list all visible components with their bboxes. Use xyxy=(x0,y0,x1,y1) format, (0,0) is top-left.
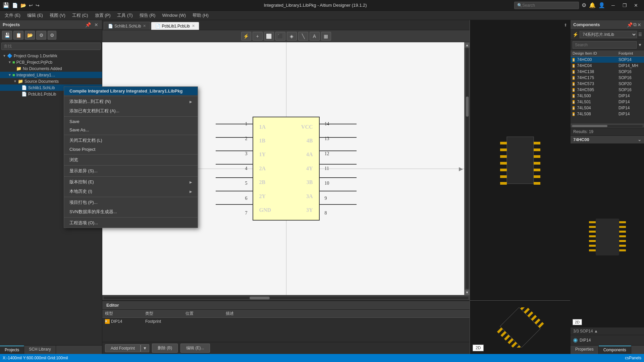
tool-filter[interactable]: ⚡ xyxy=(241,32,251,41)
ctx-item-project-options[interactable]: 工程选项 (O)... xyxy=(64,218,198,228)
tab-projects[interactable]: Projects xyxy=(0,346,24,354)
profile-icon[interactable]: 👤 xyxy=(598,2,605,8)
settings-icon[interactable]: ⚙ xyxy=(582,2,586,8)
ctx-item-browse[interactable]: 浏览 xyxy=(64,155,198,165)
component-row-74HC04[interactable]: ■ 74HC04 DIP14_MH xyxy=(571,63,644,69)
menu-window[interactable]: Window (W) xyxy=(159,11,189,19)
menu-project[interactable]: 工程 (C) xyxy=(69,11,92,20)
component-row-74HC573[interactable]: ■ 74HC573 SOP20 xyxy=(571,81,644,87)
tool-line[interactable]: ╲ xyxy=(298,32,308,41)
component-row-74LS08[interactable]: ■ 74LS08 DIP14 xyxy=(571,111,644,117)
close-button[interactable]: ✕ xyxy=(631,1,641,9)
project-search-input[interactable] xyxy=(1,43,101,50)
ctx-item-svn-db[interactable]: SVN数据库的库生成器... xyxy=(64,207,198,217)
open-btn[interactable]: 📂 xyxy=(25,31,35,40)
component-row-74HC175[interactable]: ■ 74HC175 SOP16 xyxy=(571,75,644,81)
menu-view[interactable]: 视图 (V) xyxy=(46,11,69,20)
tree-item-source-docs[interactable]: ▼ 📁 Source Documents xyxy=(0,78,102,84)
expand-canvas-right[interactable]: ▶ xyxy=(459,166,463,172)
component-row-74HC138[interactable]: ■ 74HC138 SOP16 xyxy=(571,69,644,75)
undo-icon[interactable]: ↩ xyxy=(29,3,33,8)
edit-button[interactable]: 编辑 (E)... xyxy=(180,344,210,353)
vertical-scrollbar[interactable]: ▲ ▼ xyxy=(464,42,470,295)
rp-pin-btn[interactable]: 📌 xyxy=(627,22,633,27)
tool-rect[interactable]: ⬜ xyxy=(264,32,274,41)
tool-table[interactable]: ▦ xyxy=(321,32,331,41)
menu-tools[interactable]: 工具 (T) xyxy=(114,11,136,20)
tree-item-pcb-project[interactable]: ▼ ■ PCB_Project.PrjPcb xyxy=(0,59,102,65)
menu-file[interactable]: 文件 (E) xyxy=(1,11,24,20)
fp-option-dip14[interactable]: DIP14 xyxy=(573,337,641,343)
tool-add[interactable]: + xyxy=(253,32,263,41)
component-row-74LS00[interactable]: ■ 74LS00 DIP14 xyxy=(571,93,644,99)
components-search-input[interactable] xyxy=(573,41,637,49)
tab-schlib[interactable]: 📄 Schlib1.SchLib ✕ xyxy=(104,22,150,30)
add-footprint-dropdown[interactable]: ▼ xyxy=(141,344,149,352)
component-row-74LS04[interactable]: ■ 74LS04 DIP14 xyxy=(571,105,644,111)
rp-tab-properties[interactable]: Properties xyxy=(571,346,599,354)
open-icon[interactable]: 📂 xyxy=(20,3,26,8)
panel-close-button[interactable]: ✕ xyxy=(93,22,99,27)
ctx-item-compile[interactable]: Compile Integrated Library Integrated_Li… xyxy=(64,87,198,95)
ctx-item-close-docs[interactable]: 关闭工程文档 (L) xyxy=(64,136,198,145)
tool-select[interactable]: ⬛ xyxy=(275,32,285,41)
config-btn[interactable]: ⚙ xyxy=(48,31,56,40)
ctx-item-save[interactable]: Save xyxy=(64,117,198,126)
rp-hscroll[interactable] xyxy=(571,124,644,128)
save-project-btn[interactable]: 💾 xyxy=(2,31,12,40)
horizontal-scrollbar[interactable] xyxy=(102,295,470,300)
scroll-thumb[interactable] xyxy=(250,297,270,299)
ctx-item-add-existing[interactable]: 添加已有文档到工程 (A)... xyxy=(64,106,198,116)
library-filter-select[interactable]: 74系列芯片.IntLib xyxy=(580,31,637,38)
tab-pcblib-close[interactable]: ✕ xyxy=(192,24,195,28)
vscroll-up[interactable]: ▲ xyxy=(465,42,470,48)
menu-help[interactable]: 帮助 (H) xyxy=(189,11,212,20)
search-dropdown-arrow[interactable]: ▼ xyxy=(638,43,642,47)
ctx-item-local-history[interactable]: 本地历史 (I) ▶ xyxy=(64,187,198,196)
tree-item-integrated-lib[interactable]: ▼ ■ Integrated_Library1… xyxy=(0,72,102,78)
global-search-input[interactable] xyxy=(522,3,576,8)
delete-button[interactable]: 删除 (B) xyxy=(152,344,178,353)
rp-preview-2d-btn[interactable]: 2D xyxy=(573,319,582,325)
ctx-item-close-project[interactable]: Close Project xyxy=(64,145,198,154)
notification-icon[interactable]: 🔔 xyxy=(589,2,596,8)
tab-schlib-close[interactable]: ✕ xyxy=(143,24,146,28)
rp-close-btn[interactable]: ✕ xyxy=(637,22,641,27)
component-row-74LS01[interactable]: ■ 74LS01 DIP14 xyxy=(571,99,644,105)
vscroll-thumb[interactable] xyxy=(466,97,469,117)
menu-place[interactable]: 放置 (P) xyxy=(92,11,114,20)
panel-pin-button[interactable]: 📌 xyxy=(84,22,92,27)
ctx-item-version-control[interactable]: 版本控制 (E) ▶ xyxy=(64,177,198,187)
menu-edit[interactable]: 编辑 (E) xyxy=(24,11,46,20)
add-footprint-button[interactable]: Add Footprint xyxy=(105,344,141,352)
rp-float-btn[interactable]: ⧉ xyxy=(633,22,637,27)
editor-preview-2d-btn[interactable]: 2D xyxy=(473,345,484,351)
restore-button[interactable]: ❐ xyxy=(619,1,630,9)
vscroll-down[interactable]: ▼ xyxy=(465,290,470,295)
menu-reports[interactable]: 报告 (R) xyxy=(136,11,159,20)
copy-btn[interactable]: 📋 xyxy=(13,31,23,40)
tab-sch-library[interactable]: SCH Library xyxy=(24,346,56,354)
ctx-item-pack[interactable]: 项目打包 (P)... xyxy=(64,198,198,207)
minimize-button[interactable]: ─ xyxy=(608,1,619,9)
redo-icon[interactable]: ↪ xyxy=(36,3,40,8)
global-search[interactable]: 🔍 xyxy=(514,2,579,9)
component-row-74HC00[interactable]: ■ 74HC00 SOP14 xyxy=(571,57,644,63)
tree-item-no-docs[interactable]: 📁 No Documents Added xyxy=(0,65,102,72)
tree-item-project-group[interactable]: ▼ 🔷 Project Group 1.DsnWrk xyxy=(0,53,102,59)
ctx-item-add-new[interactable]: 添加新的...到工程 (N) ▶ xyxy=(64,97,198,106)
tool-diamond[interactable]: ◈ xyxy=(287,32,297,41)
expand-preview-top[interactable]: ⬆ xyxy=(564,23,567,27)
tab-pcblib[interactable]: 📄 PcbLib1.PcbLib ✕ xyxy=(151,22,199,30)
tool-text[interactable]: A xyxy=(310,32,320,41)
new-icon[interactable]: 📄 xyxy=(12,3,18,8)
rp-hscroll-thumb[interactable] xyxy=(572,125,607,127)
settings-btn[interactable]: ⚙ xyxy=(36,31,46,40)
ctx-item-save-as[interactable]: Save As... xyxy=(64,126,198,134)
filter-menu-icon[interactable]: ☰ xyxy=(638,32,642,37)
ctx-item-diff[interactable]: 显示差异 (S)... xyxy=(64,166,198,176)
fp-radio-dip14[interactable] xyxy=(573,338,578,343)
expand-component-icon[interactable]: ⌄ xyxy=(638,137,641,142)
component-row-74HC595[interactable]: ■ 74HC595 SOP16 xyxy=(571,87,644,93)
editor-row-0[interactable]: ■ DIP14 Footprint xyxy=(102,318,470,325)
